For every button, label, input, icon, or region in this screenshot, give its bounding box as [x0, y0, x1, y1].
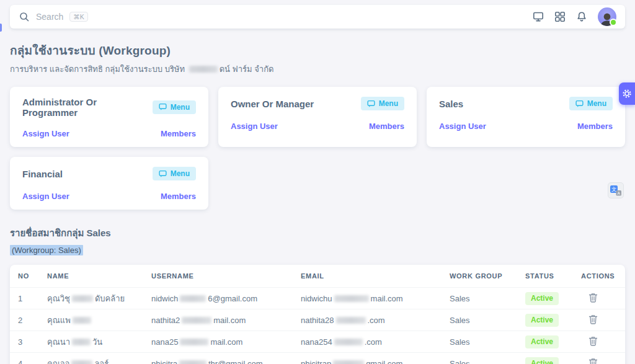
cell-email: nidwichumail.com	[300, 288, 449, 309]
col-status: STATUS	[525, 265, 580, 288]
monitor-icon[interactable]	[533, 11, 544, 22]
members-link[interactable]: Members	[161, 192, 196, 201]
workgroup-card: Administrator Or Programmer Menu Assign …	[10, 87, 208, 147]
workgroup-card: Sales Menu Assign User Members	[427, 87, 625, 147]
avatar[interactable]	[598, 7, 616, 26]
table-row: 3 คุณนาวัน nana25mail.com nana254.com Sa…	[10, 331, 625, 353]
search-icon	[19, 11, 30, 22]
grid-icon[interactable]	[554, 11, 566, 22]
members-link[interactable]: Members	[577, 122, 613, 131]
menu-button-label: Menu	[587, 99, 606, 108]
table-row: 1 คุณวิชุดับคล้าย nidwich6@gmail.com nid…	[10, 288, 625, 309]
status-badge: Active	[525, 357, 559, 364]
search-placeholder: Search	[36, 12, 63, 22]
menu-button-label: Menu	[379, 99, 398, 108]
menu-button-label: Menu	[171, 169, 190, 178]
trash-icon	[588, 314, 598, 324]
chat-icon	[159, 103, 167, 111]
workgroup-card: Owner Or Manager Menu Assign User Member…	[218, 87, 417, 147]
trash-icon	[588, 358, 598, 364]
menu-button[interactable]: Menu	[569, 97, 613, 110]
menu-button-label: Menu	[171, 103, 190, 112]
delete-user-button[interactable]	[588, 293, 598, 303]
cell-username: nidwich6@gmail.com	[151, 288, 300, 309]
cell-workgroup: Sales	[449, 353, 525, 364]
sidebar-edge-indicator	[0, 24, 2, 32]
members-section-title: รายชื่อสมาชิกกลุ่ม Sales	[10, 226, 625, 241]
workgroup-tag: (Workgroup: Sales)	[10, 245, 83, 255]
members-table-card: NO NAME USERNAME EMAIL WORK GROUP STATUS…	[10, 265, 625, 364]
online-status-dot	[610, 19, 617, 26]
cell-name: คุณออลอร์	[47, 353, 151, 364]
table-row: 4 คุณออลอร์ phicitrathr@gmail.com phicit…	[10, 353, 625, 364]
assign-user-link[interactable]: Assign User	[22, 129, 69, 138]
workgroup-card-title: Financial	[22, 169, 63, 179]
cell-workgroup: Sales	[449, 309, 525, 331]
members-table: NO NAME USERNAME EMAIL WORK GROUP STATUS…	[10, 265, 625, 364]
cell-name: คุณนาวัน	[47, 331, 151, 353]
col-workgroup: WORK GROUP	[449, 265, 525, 288]
cell-username: nana25mail.com	[151, 331, 300, 353]
page-title: กลุ่มใช้งานระบบ (Workgroup)	[10, 41, 625, 60]
cell-username: phicitrathr@gmail.com	[151, 353, 300, 364]
cell-actions	[580, 353, 625, 364]
menu-button[interactable]: Menu	[153, 100, 196, 114]
search-shortcut-badge: ⌘K	[69, 12, 88, 22]
delete-user-button[interactable]	[588, 336, 598, 346]
col-no: NO	[10, 265, 47, 288]
cell-email: nathita28.com	[300, 309, 449, 331]
members-table-body: 1 คุณวิชุดับคล้าย nidwich6@gmail.com nid…	[10, 288, 625, 364]
workgroup-card-title: Owner Or Manager	[231, 99, 314, 109]
cell-no: 2	[10, 309, 47, 331]
trash-icon	[588, 336, 598, 346]
chat-icon	[367, 100, 375, 108]
workgroup-cards: Administrator Or Programmer Menu Assign …	[10, 87, 625, 210]
workgroup-card-title: Sales	[439, 99, 463, 109]
cell-no: 4	[10, 353, 47, 364]
cell-email: nana254.com	[300, 331, 449, 353]
workgroup-card-title: Administrator Or Programmer	[22, 97, 153, 118]
top-navbar: Search ⌘K	[10, 5, 625, 29]
members-link[interactable]: Members	[161, 129, 196, 138]
cell-name: คุณวิชุดับคล้าย	[47, 288, 151, 309]
table-row: 2 คุณแพ nathita2mail.com nathita28.com S…	[10, 309, 625, 331]
chat-icon	[159, 170, 167, 178]
page-subtitle-post: ดน์ ฟาร์ม จำกัด	[220, 64, 274, 74]
cell-status: Active	[525, 331, 580, 353]
delete-user-button[interactable]	[588, 358, 598, 364]
delete-user-button[interactable]	[588, 314, 598, 324]
gear-icon	[622, 89, 632, 99]
cell-name: คุณแพ	[47, 309, 151, 331]
col-username: USERNAME	[151, 265, 300, 288]
cell-actions	[580, 331, 625, 353]
bell-icon[interactable]	[576, 11, 587, 22]
trash-icon	[588, 293, 598, 303]
cell-no: 1	[10, 288, 47, 309]
main-content: กลุ่มใช้งานระบบ (Workgroup) การบริหาร แล…	[10, 29, 625, 364]
table-header-row: NO NAME USERNAME EMAIL WORK GROUP STATUS…	[10, 265, 625, 288]
col-email: EMAIL	[300, 265, 449, 288]
status-badge: Active	[525, 314, 559, 326]
redacted-company-name	[189, 66, 218, 73]
status-badge: Active	[525, 335, 559, 348]
cell-username: nathita2mail.com	[151, 309, 300, 331]
status-badge: Active	[525, 292, 559, 304]
assign-user-link[interactable]: Assign User	[439, 122, 486, 131]
menu-button[interactable]: Menu	[361, 97, 404, 110]
cell-status: Active	[525, 353, 580, 364]
customizer-gear-button[interactable]	[619, 82, 635, 105]
workgroup-card: Financial Menu Assign User Members	[10, 157, 208, 210]
col-actions: ACTIONS	[580, 265, 625, 288]
col-name: NAME	[47, 265, 151, 288]
members-link[interactable]: Members	[369, 122, 404, 131]
assign-user-link[interactable]: Assign User	[231, 122, 278, 131]
menu-button[interactable]: Menu	[153, 167, 196, 180]
assign-user-link[interactable]: Assign User	[22, 192, 69, 201]
cell-actions	[580, 309, 625, 331]
search-input[interactable]: Search ⌘K	[19, 11, 88, 22]
cell-no: 3	[10, 331, 47, 353]
cell-status: Active	[525, 309, 580, 331]
cell-email: phicitrapgmail.com	[300, 353, 449, 364]
page-subtitle-pre: การบริหาร และจัดการสิทธิ กลุ่มใช้งานระบบ…	[10, 64, 187, 74]
cell-workgroup: Sales	[449, 288, 525, 309]
